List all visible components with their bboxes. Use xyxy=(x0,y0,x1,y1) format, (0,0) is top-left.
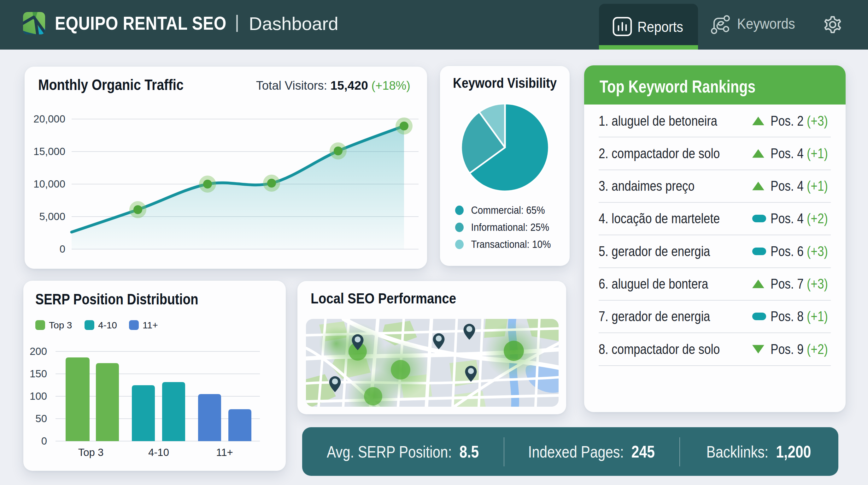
svg-text:150: 150 xyxy=(30,368,47,379)
svg-text:4-10: 4-10 xyxy=(148,447,169,458)
svg-text:11+: 11+ xyxy=(216,447,233,458)
svg-text:15,000: 15,000 xyxy=(33,146,65,157)
svg-text:10,000: 10,000 xyxy=(33,178,65,190)
svg-text:200: 200 xyxy=(30,345,47,357)
svg-text:0: 0 xyxy=(60,243,65,255)
svg-text:5,000: 5,000 xyxy=(39,210,65,222)
svg-text:100: 100 xyxy=(30,390,47,402)
svg-text:Top 3: Top 3 xyxy=(78,447,104,458)
svg-text:50: 50 xyxy=(35,413,47,424)
svg-text:20,000: 20,000 xyxy=(33,113,65,125)
svg-text:0: 0 xyxy=(41,435,47,447)
